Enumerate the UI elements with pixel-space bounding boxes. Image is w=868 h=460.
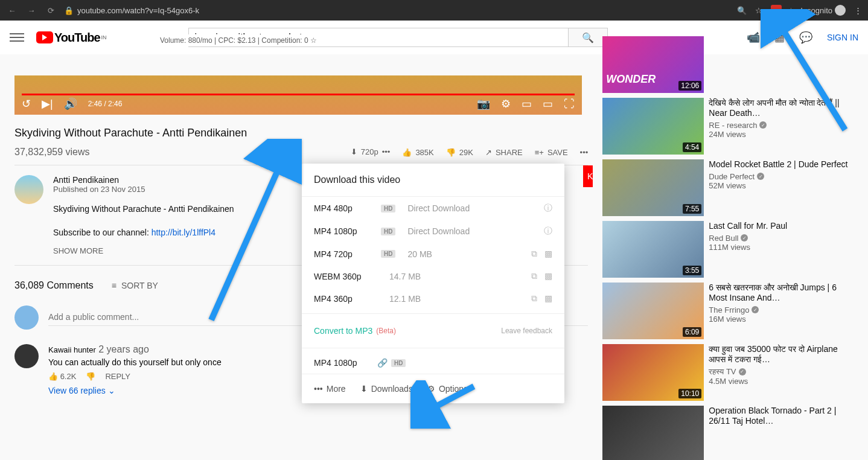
theater-icon[interactable]: ▭	[543, 97, 553, 110]
video-title: Skydiving Without Parachute - Antti Pend…	[14, 127, 588, 139]
rec-channel-name: The Frringo ✓	[709, 305, 854, 315]
convert-mp3-button[interactable]: Convert to MP3	[314, 326, 372, 336]
bookmark-star-icon[interactable]: ☆	[755, 6, 762, 15]
qr-icon[interactable]: ▩	[544, 293, 552, 304]
keyword-stats: Volume: 880/mo | CPC: $2.13 | Competitio…	[160, 34, 317, 46]
video-player[interactable]: ↺ ▶| 🔊 2:46 / 2:46 📷 ⚙ ▭ ▭ ⛶	[14, 75, 582, 115]
fullscreen-icon[interactable]: ⛶	[564, 98, 575, 110]
copy-icon[interactable]: ⧉	[531, 293, 537, 304]
duration-badge: 12:06	[678, 81, 701, 91]
duration-badge: 6:09	[683, 327, 701, 337]
save-button[interactable]: ≡+ SAVE	[535, 148, 568, 157]
copy-icon[interactable]: ⧉	[531, 249, 537, 259]
subscribe-button[interactable]: K	[583, 165, 593, 187]
download-format-row[interactable]: MP4 720pHD20 MB⧉▩	[302, 243, 564, 265]
create-video-icon[interactable]: 📹	[747, 31, 760, 44]
messages-icon[interactable]: 💬	[799, 31, 812, 44]
download-format-row[interactable]: MP4 480pHDDirect Downloadⓘ	[302, 197, 564, 220]
rec-video-title: क्या हुवा जब 35000 फोट पर दो Airplane आप…	[709, 344, 854, 365]
save-icon: ≡+	[535, 148, 544, 157]
popup-downloads-button[interactable]: ⬇ Downloads	[360, 384, 413, 394]
download-icon: ⬇	[360, 384, 368, 394]
download-format-row[interactable]: WEBM 360p14.7 MB⧉▩	[302, 265, 564, 287]
info-icon[interactable]: ⓘ	[544, 203, 552, 214]
duration-badge: 10:10	[678, 389, 701, 398]
qr-icon[interactable]: ▩	[544, 271, 552, 281]
recommended-video[interactable]: Operation Black Tornado - Part 2 | 26/11…	[602, 406, 854, 460]
dots-icon: •••	[314, 384, 323, 394]
beta-badge: (Beta)	[376, 327, 396, 335]
verified-icon: ✓	[741, 234, 748, 241]
feedback-link[interactable]: Leave feedback	[501, 327, 552, 335]
download-extra-format[interactable]: MP4 1080p 🔗 HD	[302, 352, 564, 374]
video-thumbnail: 4:54	[602, 98, 704, 155]
rec-video-title: 6 सबसे खतरनाक और अनोखी Jumps | 6 Most In…	[709, 283, 854, 303]
video-views: 37,832,959 views	[14, 147, 90, 158]
verified-icon: ✓	[739, 368, 746, 375]
nav-forward-icon[interactable]: →	[25, 4, 37, 16]
settings-icon[interactable]: ⚙	[501, 97, 511, 110]
popup-options-button[interactable]: ⚙ Options	[427, 384, 468, 394]
video-thumbnail: WONDER12:06	[602, 36, 704, 93]
thumbs-down-icon: 👎	[446, 148, 456, 157]
thumbs-up-icon: 👍	[402, 148, 412, 157]
nav-back-icon[interactable]: ←	[6, 4, 18, 16]
comment-reply-button[interactable]: REPLY	[105, 372, 130, 381]
popup-more-button[interactable]: ••• More	[314, 384, 346, 394]
menu-icon[interactable]	[10, 30, 24, 45]
recommended-video[interactable]: 6:096 सबसे खतरनाक और अनोखी Jumps | 6 Mos…	[602, 283, 854, 339]
youtube-logo[interactable]: YouTube IN	[36, 31, 107, 45]
volume-icon[interactable]: 🔊	[64, 97, 77, 110]
rec-video-views: 16M views	[709, 315, 854, 324]
download-action[interactable]: ⬇ 720p •••	[351, 147, 391, 165]
more-actions-icon[interactable]: •••	[580, 148, 589, 157]
miniplayer-icon[interactable]: ▭	[522, 97, 532, 110]
share-button[interactable]: ↗ SHARE	[485, 148, 523, 157]
replay-icon[interactable]: ↺	[22, 97, 31, 110]
sort-button[interactable]: ≡ SORT BY	[112, 281, 158, 290]
player-time: 2:46 / 2:46	[88, 100, 123, 108]
recommended-video[interactable]: 3:55Last Call for Mr. PaulRed Bull ✓111M…	[602, 221, 854, 278]
lock-icon: 🔒	[64, 6, 74, 15]
copy-icon[interactable]: ⧉	[531, 271, 537, 281]
zoom-icon[interactable]: 🔍	[737, 6, 747, 15]
qr-icon[interactable]: ▩	[544, 249, 552, 259]
share-icon: ↗	[485, 148, 492, 157]
info-icon[interactable]: ⓘ	[544, 226, 552, 237]
screenshot-icon[interactable]: 📷	[477, 97, 490, 110]
apps-icon[interactable]: ▦	[774, 31, 785, 44]
recommended-video[interactable]: 7:55Model Rocket Battle 2 | Dude Perfect…	[602, 159, 854, 216]
comment-author[interactable]: Kawaii hunter	[48, 345, 96, 354]
rec-video-title: Model Rocket Battle 2 | Dude Perfect	[709, 159, 854, 170]
browser-menu-icon[interactable]: ⋮	[854, 6, 862, 15]
recommended-video[interactable]: 4:54देखिये कैसे लोग अपनी मौत को न्योता द…	[602, 98, 854, 155]
comment-dislike-button[interactable]: 👎	[86, 372, 95, 381]
subscribe-link[interactable]: http://bit.ly/1lffPl4	[152, 228, 215, 237]
signin-button[interactable]: SIGN IN	[827, 33, 858, 42]
download-format-row[interactable]: MP4 1080pHDDirect Downloadⓘ	[302, 220, 564, 243]
duration-badge: 3:55	[683, 266, 701, 275]
url-text[interactable]: youtube.com/watch?v=Iq-54gox6-k	[77, 6, 737, 15]
like-button[interactable]: 👍 385K	[402, 148, 433, 157]
verified-icon: ✓	[759, 121, 767, 129]
more-dots-icon[interactable]: •••	[382, 147, 391, 156]
channel-avatar[interactable]	[14, 175, 43, 204]
rec-video-views: 111M views	[709, 243, 854, 252]
rec-video-title: देखिये कैसे लोग अपनी मौत को न्योता देते …	[709, 98, 854, 118]
rec-channel-name: Red Bull ✓	[709, 234, 854, 243]
extension-icon[interactable]	[771, 5, 782, 16]
search-button[interactable]: 🔍	[569, 28, 608, 47]
comment-like-button[interactable]: 👍 6.2K	[48, 372, 76, 381]
rec-video-title: Operation Black Tornado - Part 2 | 26/11…	[709, 406, 854, 426]
browser-bar: ← → ⟳ 🔒 youtube.com/watch?v=Iq-54gox6-k …	[0, 0, 868, 21]
next-icon[interactable]: ▶|	[42, 97, 53, 110]
youtube-country: IN	[101, 34, 107, 40]
recommended-video[interactable]: 10:10क्या हुवा जब 35000 फोट पर दो Airpla…	[602, 344, 854, 401]
nav-reload-icon[interactable]: ⟳	[45, 4, 57, 16]
rec-video-views: 4.5M views	[709, 377, 854, 386]
download-icon: ⬇	[351, 147, 357, 156]
commenter-avatar[interactable]	[14, 344, 39, 368]
dislike-button[interactable]: 👎 29K	[446, 148, 473, 157]
comments-count: 36,089 Comments	[14, 280, 94, 291]
download-format-row[interactable]: MP4 360p12.1 MB⧉▩	[302, 287, 564, 310]
